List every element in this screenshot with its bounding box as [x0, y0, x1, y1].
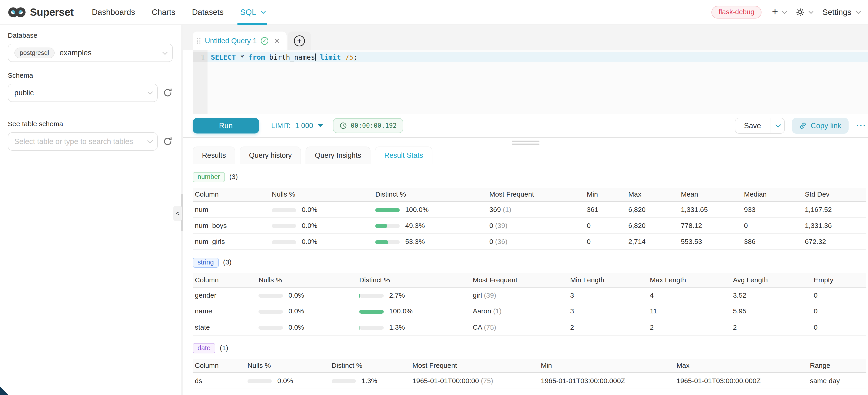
- database-select[interactable]: postgresql examples: [8, 44, 173, 62]
- table-row: name0.0%100.0%Aaron (1)3115.950: [193, 303, 866, 319]
- column-header: Min: [539, 359, 674, 373]
- value-cell: 11: [648, 303, 731, 319]
- drag-handle-icon[interactable]: [197, 38, 200, 44]
- value-cell: 553.53: [679, 234, 742, 250]
- column-header: Empty: [811, 273, 866, 287]
- save-options-button[interactable]: [770, 118, 784, 133]
- table-select[interactable]: Select table or type to search tables: [8, 132, 158, 151]
- sun-icon: [796, 8, 805, 17]
- sql-token: limit: [320, 53, 341, 61]
- main-nav: Dashboards Charts Datasets SQL: [84, 0, 272, 25]
- refresh-tables-icon[interactable]: [163, 136, 173, 147]
- sql-lab-sidebar: Database postgresql examples Schema publ…: [0, 25, 181, 395]
- schema-label: Schema: [8, 71, 173, 79]
- result-tabs: Results Query history Query Insights Res…: [193, 147, 868, 164]
- percent-cell: 100.0%: [357, 303, 471, 319]
- schema-select[interactable]: public: [8, 84, 158, 102]
- refresh-schemas-icon[interactable]: [163, 88, 173, 98]
- superset-logo[interactable]: Superset: [8, 6, 73, 19]
- query-timer: 00:00:00.192: [333, 118, 403, 133]
- column-count: (3): [223, 258, 231, 266]
- link-icon: [799, 122, 807, 130]
- result-stats-content: number(3)ColumnNulls %Distinct %Most Fre…: [193, 171, 868, 389]
- close-tab-icon[interactable]: ✕: [274, 37, 280, 45]
- sql-token: [341, 53, 345, 61]
- database-value: examples: [59, 49, 91, 57]
- value-cell: 0: [742, 218, 803, 234]
- limit-dropdown[interactable]: LIMIT: 1 000: [271, 122, 323, 130]
- stats-section-number: number(3)ColumnNulls %Distinct %Most Fre…: [193, 171, 866, 250]
- add-query-tab-button[interactable]: +: [288, 32, 311, 50]
- column-header: Max: [626, 188, 679, 202]
- more-actions-button[interactable]: ···: [856, 121, 866, 130]
- run-button[interactable]: Run: [193, 118, 259, 133]
- percent-bar: [375, 240, 400, 244]
- sql-code-editor[interactable]: 1 SELECT * from birth_names limit 75;: [193, 50, 868, 114]
- column-header: Median: [742, 188, 803, 202]
- tab-result-stats[interactable]: Result Stats: [375, 147, 432, 164]
- column-count: (1): [220, 344, 228, 352]
- sql-token: birth_names: [265, 53, 315, 61]
- column-name-cell: num: [193, 202, 270, 218]
- value-cell: same day: [808, 373, 866, 389]
- type-badge-string: string: [193, 257, 219, 268]
- settings-menu[interactable]: Settings: [822, 7, 859, 17]
- value-cell: 0: [811, 287, 866, 303]
- most-frequent-cell: 0 (36): [487, 234, 584, 250]
- percent-cell: 1.3%: [357, 319, 471, 335]
- percent-bar: [258, 310, 283, 314]
- navbar-right: flask-debug + Settings: [711, 6, 861, 19]
- value-cell: 3.52: [731, 287, 811, 303]
- value-cell: 672.32: [803, 234, 866, 250]
- column-name-cell: gender: [193, 287, 256, 303]
- column-header: Column: [193, 273, 256, 287]
- brand-name: Superset: [30, 6, 73, 18]
- query-tab[interactable]: Untitled Query 1 ✓ ✕: [193, 32, 287, 50]
- environment-badge: flask-debug: [711, 6, 762, 19]
- nav-item-dashboards[interactable]: Dashboards: [84, 0, 143, 25]
- value-cell: 0: [585, 234, 626, 250]
- type-badge-number: number: [193, 172, 225, 182]
- percent-cell: 0.0%: [256, 303, 357, 319]
- percent-bar: [258, 326, 283, 330]
- collapse-sidebar-button[interactable]: <: [173, 206, 182, 221]
- superset-sql-lab: Superset Dashboards Charts Datasets SQL …: [0, 0, 868, 395]
- column-header: Min: [585, 188, 626, 202]
- theme-menu[interactable]: [796, 8, 812, 17]
- column-header: Most Frequent: [487, 188, 584, 202]
- nav-item-charts[interactable]: Charts: [143, 0, 184, 25]
- most-frequent-cell: Aaron (1): [471, 303, 568, 319]
- percent-cell: 0.0%: [245, 373, 329, 389]
- percent-bar: [359, 294, 384, 298]
- stats-table-string: ColumnNulls %Distinct %Most FrequentMin …: [193, 273, 866, 335]
- column-header: Max: [674, 359, 808, 373]
- percent-bar: [272, 224, 296, 228]
- chevron-down-icon: [809, 9, 813, 14]
- percent-cell: 53.3%: [373, 234, 487, 250]
- percent-cell: 0.0%: [256, 319, 357, 335]
- column-header: Mean: [679, 188, 742, 202]
- resize-handle[interactable]: [512, 141, 539, 147]
- tab-results[interactable]: Results: [193, 147, 235, 164]
- nav-item-sql[interactable]: SQL: [232, 0, 272, 25]
- percent-cell: 0.0%: [270, 218, 373, 234]
- chevron-down-icon: [856, 9, 861, 14]
- nav-item-datasets[interactable]: Datasets: [184, 0, 232, 25]
- chevron-down-icon: [782, 9, 787, 14]
- sql-token: ;: [353, 53, 358, 61]
- save-button[interactable]: Save: [735, 118, 770, 133]
- value-cell: 0: [585, 218, 626, 234]
- most-frequent-cell: 1965-01-01T00:00:00 (75): [410, 373, 539, 389]
- sql-token: *: [236, 53, 248, 61]
- sql-token: 75: [345, 53, 353, 61]
- tab-query-insights[interactable]: Query Insights: [306, 147, 370, 164]
- value-cell: 1965-01-01T03:00:00.000Z: [674, 373, 808, 389]
- copy-link-button[interactable]: Copy link: [792, 118, 848, 134]
- most-frequent-cell: CA (75): [471, 319, 568, 335]
- new-item-menu[interactable]: +: [772, 7, 785, 17]
- tab-query-history[interactable]: Query history: [240, 147, 301, 164]
- percent-bar: [272, 240, 296, 244]
- value-cell: 3: [568, 287, 648, 303]
- column-header: Avg Length: [731, 273, 811, 287]
- navbar: Superset Dashboards Charts Datasets SQL …: [0, 0, 868, 25]
